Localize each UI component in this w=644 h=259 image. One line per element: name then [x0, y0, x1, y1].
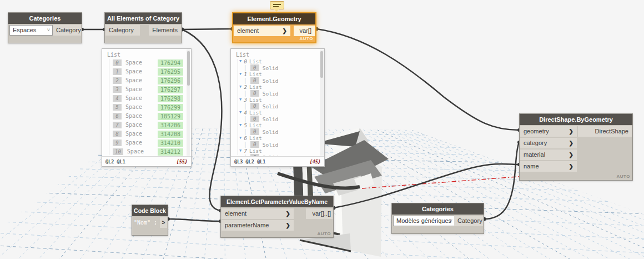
spaces-list-preview: List 0Space1762941Space1762952Space17629… — [102, 48, 192, 167]
lacing-badge[interactable]: AUTO — [299, 36, 313, 41]
port-chevron-icon: ❯ — [286, 208, 290, 219]
category-dropdown[interactable]: Espaces ˅ — [9, 25, 53, 36]
wire — [484, 142, 519, 219]
lacing-badge[interactable]: AUTO — [317, 231, 331, 236]
list-count: {45} — [310, 159, 321, 165]
collapse-triangle-icon[interactable]: ▼ — [239, 58, 242, 65]
output-port-directshape[interactable]: DirectShape — [578, 126, 632, 137]
collapse-triangle-icon[interactable]: ▼ — [239, 71, 242, 78]
node-title[interactable]: Categories — [392, 203, 484, 215]
node-title[interactable]: Code Block — [132, 205, 168, 216]
collapse-triangle-icon[interactable]: ▼ — [239, 109, 242, 116]
list-group: ▼2List — [236, 84, 316, 91]
list-levels: @L2 @L1 — [105, 159, 125, 165]
list-item: │0Solid — [236, 91, 316, 97]
category-dropdown[interactable]: Modèles génériques ˅ — [393, 216, 455, 226]
wire — [316, 29, 519, 130]
wire — [168, 219, 220, 221]
collapse-triangle-icon[interactable]: ▼ — [239, 84, 242, 91]
list-item: 0Space176294 — [107, 58, 183, 67]
node-title[interactable]: Categories — [8, 13, 82, 24]
spaces-preview-rows: 0Space1762941Space1762952Space1762963Spa… — [107, 58, 183, 156]
list-group: ▼5List — [236, 122, 316, 129]
input-port-material[interactable]: material ❯ — [520, 150, 577, 160]
collapse-triangle-icon[interactable]: ▼ — [239, 148, 242, 155]
node-code-block[interactable]: Code Block "Nom" ; > — [132, 205, 168, 236]
port-chevron-icon: ❯ — [569, 138, 573, 148]
comment-note-icon[interactable] — [270, 1, 284, 9]
output-port-elements[interactable]: Elements — [149, 25, 181, 36]
node-get-parameter-value-by-name[interactable]: Element.GetParameterValueByName element … — [220, 196, 334, 238]
solids-list-preview: List ▼0List│0Solid▼1List│0Solid▼2List│0S… — [230, 48, 325, 167]
node-title[interactable]: Element.Geometry — [233, 13, 315, 24]
collapse-triangle-icon[interactable]: ▼ — [239, 122, 242, 129]
port-chevron-icon: ❯ — [283, 26, 287, 36]
list-item: │0Solid — [236, 103, 316, 110]
list-item: 6Space185129 — [107, 112, 183, 121]
dropdown-caret-icon: ˅ — [47, 26, 50, 35]
list-item: │0Solid — [236, 65, 316, 72]
list-item: 2Space176296 — [107, 76, 183, 85]
list-group: ▼7List — [236, 148, 316, 155]
list-item: 5Space176299 — [107, 103, 183, 112]
input-port-name[interactable]: name ❯ — [520, 161, 577, 172]
dynamo-workspace[interactable]: Categories Espaces ˅ Category All Elemen… — [0, 0, 644, 259]
list-item: │0Solid — [236, 142, 316, 148]
list-group: ▼3List — [236, 97, 316, 103]
list-group: ▼0List — [236, 58, 316, 65]
list-root-label: List — [107, 51, 183, 58]
list-item: │0Solid — [236, 116, 316, 123]
list-count: {55} — [177, 159, 188, 165]
node-element-geometry[interactable]: Element.Geometry element ❯ var[] AUTO — [232, 12, 316, 43]
input-port-geometry[interactable]: geometry ❯ — [520, 126, 577, 137]
output-port-var[interactable]: var[] — [294, 26, 315, 36]
scrollbar[interactable] — [320, 49, 324, 156]
wire — [182, 29, 232, 29]
solids-preview-rows: ▼0List│0Solid▼1List│0Solid▼2List│0Solid▼… — [236, 58, 316, 156]
input-port-element[interactable]: element ❯ — [234, 26, 290, 36]
port-chevron-icon: ❯ — [286, 220, 290, 231]
output-port-var[interactable]: var[]..[] — [306, 208, 333, 219]
node-categories-bottom[interactable]: Categories Modèles génériques ˅ Category — [391, 203, 484, 234]
list-item: 3Space176297 — [107, 85, 183, 94]
list-item: 9Space314210 — [107, 138, 183, 147]
output-port-category[interactable]: Category — [454, 216, 483, 226]
port-chevron-icon: ❯ — [569, 161, 573, 172]
input-port-category[interactable]: Category — [105, 25, 140, 36]
code-block-expression[interactable]: "Nom" ; — [134, 217, 157, 228]
list-item: │0Solid — [236, 129, 316, 136]
node-all-elements-of-category[interactable]: All Elements of Category Category Elemen… — [104, 12, 182, 43]
tree-line — [238, 59, 238, 155]
list-item: 1Space176295 — [107, 67, 183, 76]
port-chevron-icon: ❯ — [569, 150, 573, 160]
lacing-badge[interactable]: AUTO — [616, 174, 630, 179]
collapse-triangle-icon[interactable]: ▼ — [239, 97, 242, 103]
list-item: 8Space314208 — [107, 130, 183, 138]
list-item: 10Space314212 — [107, 147, 183, 156]
node-categories-top[interactable]: Categories Espaces ˅ Category — [8, 12, 82, 43]
list-levels: @L3 @L2 @L1 — [234, 159, 265, 165]
wire — [334, 164, 519, 208]
list-root-label: List — [236, 51, 316, 58]
node-title[interactable]: Element.GetParameterValueByName — [221, 196, 333, 207]
output-port[interactable]: > — [160, 217, 167, 228]
port-chevron-icon: ❯ — [569, 126, 573, 137]
input-port-category[interactable]: category ❯ — [520, 138, 577, 148]
list-item: 4Space176298 — [107, 94, 183, 103]
input-port-parametername[interactable]: parameterName ❯ — [222, 220, 294, 231]
list-group: ▼6List — [236, 135, 316, 142]
input-port-element[interactable]: element ❯ — [222, 208, 294, 219]
node-directshape-by-geometry[interactable]: DirectShape.ByGeometry geometry ❯ catego… — [519, 113, 633, 181]
list-item: 7Space314206 — [107, 121, 183, 130]
node-title[interactable]: All Elements of Category — [105, 13, 182, 24]
list-item: │0Solid — [236, 155, 316, 157]
dropdown-caret-icon: ˅ — [450, 216, 452, 226]
output-port-category[interactable]: Category — [53, 25, 81, 36]
list-item: │0Solid — [236, 78, 316, 84]
collapse-triangle-icon[interactable]: ▼ — [239, 135, 242, 142]
list-group: ▼4List — [236, 109, 316, 116]
list-group: ▼1List — [236, 71, 316, 78]
node-title[interactable]: DirectShape.ByGeometry — [520, 114, 632, 125]
scrollbar[interactable] — [187, 49, 190, 156]
